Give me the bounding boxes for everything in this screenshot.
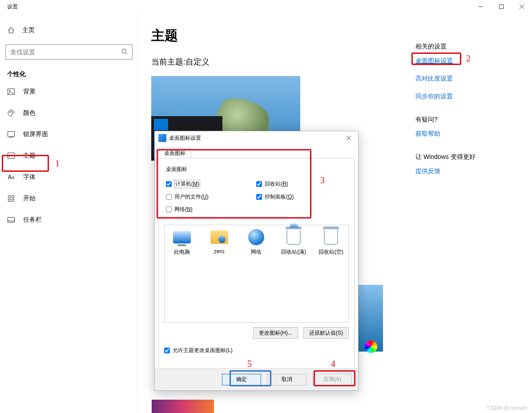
icon-this-pc[interactable]: 此电脑	[167, 229, 197, 256]
nav-label: 背景	[23, 88, 36, 96]
nav-background[interactable]: 背景	[0, 81, 137, 102]
nav-taskbar[interactable]: 任务栏	[0, 209, 137, 231]
maximize-button[interactable]	[491, 0, 512, 13]
icon-label: zero	[214, 248, 224, 255]
home-nav[interactable]: 主页	[0, 20, 137, 40]
svg-point-10	[12, 112, 13, 113]
preview-tile	[154, 119, 168, 130]
svg-line-5	[125, 53, 127, 54]
search-input[interactable]	[6, 49, 117, 56]
svg-point-4	[122, 49, 126, 53]
nav-label: 锁屏界面	[23, 130, 48, 138]
window-title: 设置	[0, 3, 18, 11]
icon-label: 此电脑	[174, 248, 190, 256]
dialog-tabstrip: 桌面图标	[155, 145, 358, 158]
annotation-number-1: 1	[55, 158, 60, 169]
icon-list: 此电脑 zero 网络 回收站(满) 回收站(空)	[164, 225, 349, 323]
link-sync-settings[interactable]: 同步你的设置	[415, 93, 513, 101]
icon-recycle-full[interactable]: 回收站(满)	[279, 229, 308, 256]
apply-button[interactable]: 应用(A)	[313, 374, 352, 385]
home-icon	[7, 27, 15, 34]
nav-label: 字体	[23, 173, 36, 181]
ok-button[interactable]: 确定	[222, 374, 261, 385]
close-button[interactable]	[512, 0, 532, 13]
section-personalization: 个性化	[0, 65, 137, 81]
icon-recycle-empty[interactable]: 回收站(空)	[316, 229, 346, 256]
link-high-contrast[interactable]: 高对比度设置	[415, 75, 513, 83]
svg-point-9	[11, 111, 12, 112]
annotation-number-5: 5	[247, 359, 252, 369]
check-user-files[interactable]: 用户的文件(U)	[166, 193, 254, 201]
svg-rect-11	[8, 132, 15, 137]
checkbox-recyclebin[interactable]	[256, 181, 262, 187]
font-icon: AA	[7, 174, 15, 180]
minimize-button[interactable]	[471, 0, 491, 13]
checkbox-control-panel[interactable]	[256, 194, 262, 200]
svg-rect-17	[12, 199, 14, 202]
icon-label: 回收站(满)	[281, 248, 306, 256]
svg-point-7	[9, 90, 11, 92]
svg-rect-15	[12, 196, 14, 198]
tab-desktop-icons[interactable]: 桌面图标	[158, 148, 191, 158]
check-computer[interactable]: 计算机(M)	[166, 180, 254, 188]
nav-lockscreen[interactable]: 锁屏界面	[0, 124, 137, 145]
nav-start[interactable]: 开始	[0, 188, 137, 209]
svg-rect-1	[500, 5, 504, 9]
colorwheel-icon	[365, 340, 377, 353]
start-icon	[7, 195, 15, 202]
icon-label: 回收站(空)	[318, 248, 343, 256]
theme-icon	[7, 153, 15, 159]
lockscreen-icon	[7, 131, 15, 138]
question-heading: 有疑问?	[415, 116, 513, 124]
nav-fonts[interactable]: AA 字体	[0, 166, 137, 188]
checkbox-network[interactable]	[166, 206, 172, 212]
dialog-title-text: 桌面图标设置	[169, 134, 201, 142]
annotation-number-2: 2	[466, 53, 471, 64]
dialog-footer: 确定 取消 应用(A)	[155, 368, 358, 390]
svg-rect-18	[8, 218, 15, 223]
dialog-titlebar: 桌面图标设置	[155, 131, 358, 145]
link-feedback[interactable]: 提供反馈	[415, 167, 513, 175]
checkbox-user-files[interactable]	[166, 194, 172, 200]
icon-label: 网络	[251, 248, 262, 256]
taskbar-icon	[7, 217, 15, 223]
svg-point-8	[9, 112, 10, 113]
related-heading: 相关的设置	[415, 43, 513, 51]
search-box[interactable]	[5, 45, 133, 60]
restore-defaults-button[interactable]: 还原默认值(S)	[303, 327, 349, 339]
page-heading: 主题	[151, 27, 532, 45]
link-get-help[interactable]: 获取帮助	[415, 130, 513, 138]
checkbox-allow-theme[interactable]	[164, 348, 170, 353]
palette-icon	[7, 109, 15, 117]
svg-rect-16	[8, 199, 11, 202]
change-icon-button[interactable]: 更改图标(H)...	[253, 327, 298, 339]
window-controls	[471, 0, 532, 13]
checkbox-computer[interactable]	[166, 181, 172, 187]
cancel-button[interactable]: 取消	[267, 374, 306, 385]
titlebar: 设置	[0, 0, 532, 13]
allow-theme-change[interactable]: 允许主题更改桌面图标(L)	[164, 347, 349, 354]
check-network[interactable]: 网络(N)	[166, 206, 254, 213]
theme-thumbnail[interactable]	[152, 400, 214, 413]
watermark: CSDN @zerowin	[487, 405, 528, 411]
dialog-close-button[interactable]	[342, 133, 355, 143]
check-recyclebin[interactable]: 回收站(R)	[256, 180, 345, 188]
nav-colors[interactable]: 颜色	[0, 102, 137, 124]
home-label: 主页	[22, 26, 35, 34]
annotation-number-3: 3	[320, 175, 325, 186]
nav-label: 任务栏	[23, 216, 42, 224]
picture-icon	[7, 89, 15, 95]
dialog-body: 桌面图标 计算机(M) 回收站(R) 用户的文件(U) 控制面板(O) 网络(N…	[158, 158, 355, 382]
related-column: 相关的设置 桌面图标设置 高对比度设置 同步你的设置 有疑问? 获取帮助 让 W…	[415, 43, 513, 185]
improve-heading: 让 Windows 变得更好	[415, 153, 513, 161]
icon-network[interactable]: 网络	[242, 229, 271, 256]
nav-label: 颜色	[23, 109, 36, 117]
dialog-desktop-icon-settings: 桌面图标设置 桌面图标 桌面图标 计算机(M) 回收站(R) 用户的文件(U) …	[154, 131, 359, 391]
icon-user-folder[interactable]: zero	[205, 229, 234, 256]
nav-themes[interactable]: 主题	[0, 145, 137, 166]
check-control-panel[interactable]: 控制面板(O)	[256, 193, 345, 201]
svg-rect-14	[8, 196, 11, 198]
nav-label: 主题	[23, 152, 36, 160]
link-desktop-icon-settings[interactable]: 桌面图标设置	[415, 57, 513, 65]
nav-label: 开始	[23, 194, 36, 202]
